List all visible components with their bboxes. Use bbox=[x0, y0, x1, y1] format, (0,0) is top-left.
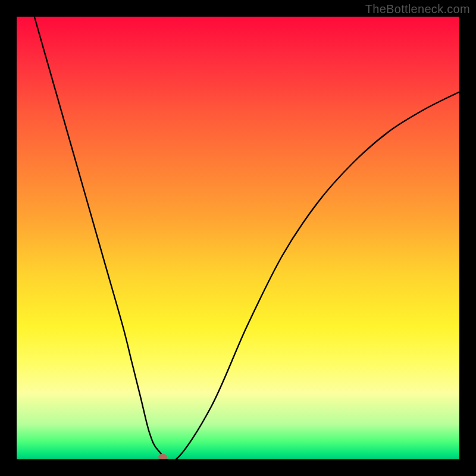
bottleneck-curve-line bbox=[35, 17, 459, 459]
minimum-point-marker bbox=[159, 454, 167, 459]
watermark-text: TheBottleneck.com bbox=[365, 2, 470, 16]
chart-plot-area bbox=[17, 17, 459, 459]
chart-svg bbox=[17, 17, 459, 459]
